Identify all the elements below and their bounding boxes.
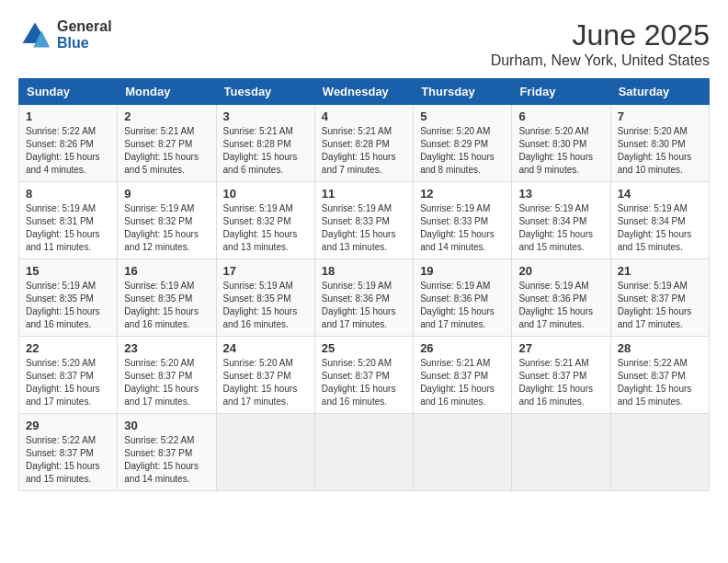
sunrise-label: Sunrise: 5:22 AM — [26, 435, 96, 445]
calendar-cell: 13 Sunrise: 5:19 AM Sunset: 8:34 PM Dayl… — [512, 182, 610, 259]
day-number: 17 — [223, 264, 308, 278]
daylight-label: Daylight: 15 hours and 13 minutes. — [223, 229, 298, 252]
sunset-label: Sunset: 8:37 PM — [26, 371, 94, 381]
calendar-cell: 22 Sunrise: 5:20 AM Sunset: 8:37 PM Dayl… — [19, 337, 118, 414]
logo-icon — [18, 18, 51, 52]
daylight-label: Daylight: 15 hours and 15 minutes. — [26, 461, 100, 484]
sunrise-label: Sunrise: 5:19 AM — [322, 281, 392, 291]
sunset-label: Sunset: 8:31 PM — [26, 216, 94, 226]
day-info: Sunrise: 5:19 AM Sunset: 8:36 PM Dayligh… — [322, 280, 406, 331]
day-info: Sunrise: 5:22 AM Sunset: 8:26 PM Dayligh… — [26, 125, 110, 177]
sunrise-label: Sunrise: 5:20 AM — [518, 126, 588, 136]
weekday-header-monday: Monday — [118, 79, 216, 105]
sunrise-label: Sunrise: 5:19 AM — [124, 281, 194, 291]
sunrise-label: Sunrise: 5:19 AM — [518, 281, 588, 291]
calendar-cell: 17 Sunrise: 5:19 AM Sunset: 8:35 PM Dayl… — [216, 259, 314, 337]
daylight-label: Daylight: 15 hours and 14 minutes. — [420, 229, 495, 252]
day-number: 6 — [518, 109, 603, 123]
calendar-cell: 29 Sunrise: 5:22 AM Sunset: 8:37 PM Dayl… — [19, 414, 118, 491]
calendar-cell: 16 Sunrise: 5:19 AM Sunset: 8:35 PM Dayl… — [118, 259, 216, 337]
sunset-label: Sunset: 8:34 PM — [618, 216, 686, 226]
logo-text: General Blue — [57, 18, 112, 51]
day-number: 9 — [124, 187, 209, 201]
sunrise-label: Sunrise: 5:20 AM — [322, 358, 392, 368]
daylight-label: Daylight: 15 hours and 13 minutes. — [322, 229, 396, 252]
calendar-cell: 1 Sunrise: 5:22 AM Sunset: 8:26 PM Dayli… — [19, 105, 118, 182]
calendar-cell: 2 Sunrise: 5:21 AM Sunset: 8:27 PM Dayli… — [118, 105, 216, 182]
daylight-label: Daylight: 15 hours and 5 minutes. — [124, 152, 199, 175]
day-info: Sunrise: 5:21 AM Sunset: 8:27 PM Dayligh… — [124, 125, 209, 177]
day-info: Sunrise: 5:20 AM Sunset: 8:30 PM Dayligh… — [618, 125, 702, 177]
sunset-label: Sunset: 8:26 PM — [26, 139, 94, 149]
logo-blue-text: Blue — [57, 35, 112, 52]
sunset-label: Sunset: 8:34 PM — [518, 216, 586, 226]
day-info: Sunrise: 5:22 AM Sunset: 8:37 PM Dayligh… — [26, 434, 110, 486]
weekday-header-wednesday: Wednesday — [314, 79, 413, 105]
daylight-label: Daylight: 15 hours and 8 minutes. — [420, 152, 495, 175]
sunset-label: Sunset: 8:32 PM — [223, 216, 291, 226]
day-info: Sunrise: 5:19 AM Sunset: 8:35 PM Dayligh… — [26, 280, 110, 331]
sunset-label: Sunset: 8:30 PM — [618, 139, 686, 149]
calendar-cell: 21 Sunrise: 5:19 AM Sunset: 8:37 PM Dayl… — [610, 259, 709, 337]
sunset-label: Sunset: 8:30 PM — [518, 139, 586, 149]
weekday-header-thursday: Thursday — [414, 79, 512, 105]
sunset-label: Sunset: 8:37 PM — [618, 371, 686, 381]
daylight-label: Daylight: 15 hours and 16 minutes. — [322, 384, 396, 407]
calendar-week-3: 15 Sunrise: 5:19 AM Sunset: 8:35 PM Dayl… — [19, 259, 710, 337]
sunset-label: Sunset: 8:35 PM — [124, 293, 192, 304]
calendar-cell — [414, 414, 512, 491]
daylight-label: Daylight: 15 hours and 17 minutes. — [518, 306, 593, 329]
calendar-cell: 30 Sunrise: 5:22 AM Sunset: 8:37 PM Dayl… — [118, 414, 216, 491]
day-number: 30 — [124, 419, 209, 432]
daylight-label: Daylight: 15 hours and 16 minutes. — [26, 306, 100, 329]
day-info: Sunrise: 5:20 AM Sunset: 8:29 PM Dayligh… — [420, 125, 505, 177]
sunrise-label: Sunrise: 5:19 AM — [618, 203, 688, 213]
day-number: 24 — [223, 341, 308, 355]
weekday-header-tuesday: Tuesday — [216, 79, 314, 105]
weekday-header-row: SundayMondayTuesdayWednesdayThursdayFrid… — [19, 79, 710, 105]
calendar-cell: 26 Sunrise: 5:21 AM Sunset: 8:37 PM Dayl… — [414, 337, 512, 414]
day-info: Sunrise: 5:19 AM Sunset: 8:36 PM Dayligh… — [518, 280, 603, 331]
day-number: 28 — [618, 341, 702, 355]
day-number: 7 — [618, 109, 702, 123]
calendar-cell: 4 Sunrise: 5:21 AM Sunset: 8:28 PM Dayli… — [314, 105, 413, 182]
daylight-label: Daylight: 15 hours and 17 minutes. — [420, 306, 495, 329]
sunrise-label: Sunrise: 5:19 AM — [26, 203, 96, 213]
day-info: Sunrise: 5:19 AM Sunset: 8:35 PM Dayligh… — [223, 280, 308, 331]
day-info: Sunrise: 5:19 AM Sunset: 8:36 PM Dayligh… — [420, 280, 505, 331]
calendar-cell — [512, 414, 610, 491]
daylight-label: Daylight: 15 hours and 17 minutes. — [26, 384, 100, 407]
daylight-label: Daylight: 15 hours and 17 minutes. — [223, 384, 298, 407]
calendar-cell: 18 Sunrise: 5:19 AM Sunset: 8:36 PM Dayl… — [314, 259, 413, 337]
day-info: Sunrise: 5:19 AM Sunset: 8:37 PM Dayligh… — [618, 280, 702, 331]
day-info: Sunrise: 5:19 AM Sunset: 8:34 PM Dayligh… — [518, 202, 603, 254]
logo: General Blue — [18, 18, 112, 52]
day-number: 22 — [26, 341, 110, 355]
day-number: 23 — [124, 341, 209, 355]
sunset-label: Sunset: 8:37 PM — [618, 293, 686, 304]
sunrise-label: Sunrise: 5:20 AM — [420, 126, 490, 136]
calendar-cell: 24 Sunrise: 5:20 AM Sunset: 8:37 PM Dayl… — [216, 337, 314, 414]
day-info: Sunrise: 5:19 AM Sunset: 8:33 PM Dayligh… — [322, 202, 406, 254]
day-number: 18 — [322, 264, 406, 278]
daylight-label: Daylight: 15 hours and 16 minutes. — [124, 306, 199, 329]
sunrise-label: Sunrise: 5:22 AM — [618, 358, 688, 368]
day-number: 27 — [518, 341, 603, 355]
sunset-label: Sunset: 8:27 PM — [124, 139, 192, 149]
day-info: Sunrise: 5:19 AM Sunset: 8:35 PM Dayligh… — [124, 280, 209, 331]
day-info: Sunrise: 5:20 AM Sunset: 8:37 PM Dayligh… — [322, 357, 406, 408]
sunrise-label: Sunrise: 5:21 AM — [223, 126, 293, 136]
daylight-label: Daylight: 15 hours and 11 minutes. — [26, 229, 100, 252]
daylight-label: Daylight: 15 hours and 16 minutes. — [420, 384, 495, 407]
calendar-title: June 2025 — [491, 18, 710, 52]
page-header: General Blue June 2025 Durham, New York,… — [18, 18, 710, 69]
sunrise-label: Sunrise: 5:20 AM — [124, 358, 194, 368]
daylight-label: Daylight: 15 hours and 17 minutes. — [124, 384, 199, 407]
sunrise-label: Sunrise: 5:19 AM — [223, 203, 293, 213]
sunset-label: Sunset: 8:33 PM — [420, 216, 488, 226]
sunset-label: Sunset: 8:28 PM — [223, 139, 291, 149]
daylight-label: Daylight: 15 hours and 7 minutes. — [322, 152, 396, 175]
day-info: Sunrise: 5:21 AM Sunset: 8:37 PM Dayligh… — [420, 357, 505, 408]
sunrise-label: Sunrise: 5:22 AM — [124, 435, 194, 445]
sunset-label: Sunset: 8:37 PM — [124, 371, 192, 381]
